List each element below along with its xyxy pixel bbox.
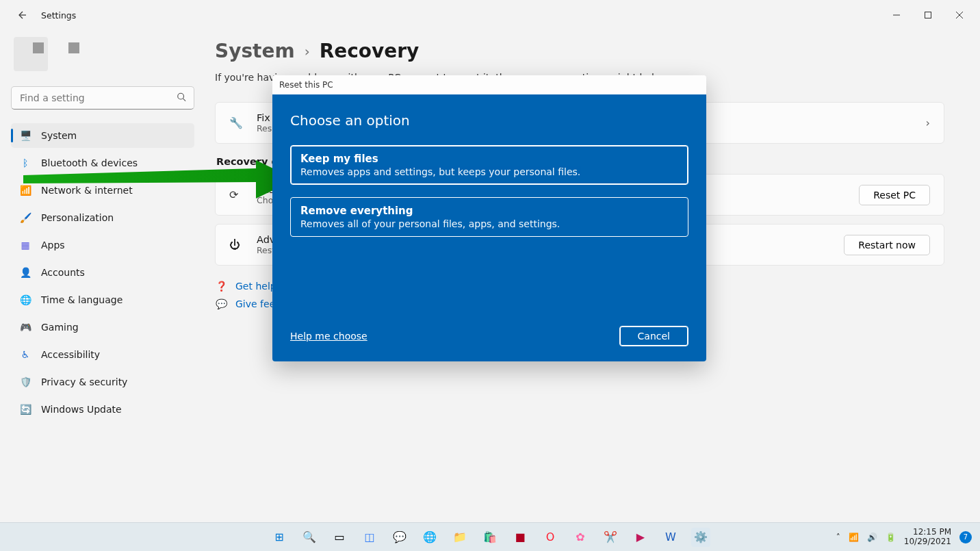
back-button[interactable] (11, 5, 31, 25)
cancel-button[interactable]: Cancel (619, 326, 688, 346)
dialog-title: Reset this PC (279, 80, 333, 90)
breadcrumb-current: Recovery (320, 40, 420, 62)
breadcrumb: System › Recovery (215, 40, 944, 62)
sidebar-item-label: Accessibility (41, 349, 100, 360)
option-sub: Removes apps and settings, but keeps you… (300, 166, 678, 177)
sidebar-item-gaming[interactable]: 🎮 Gaming (11, 315, 194, 339)
wifi-icon: 📶 (19, 185, 31, 196)
window-title: Settings (41, 10, 76, 21)
option-title: Remove everything (300, 205, 678, 217)
close-button[interactable] (944, 5, 975, 25)
maximize-icon (925, 12, 931, 18)
wifi-icon[interactable]: 📶 (849, 533, 859, 542)
sidebar-item-label: Accounts (41, 267, 85, 278)
account-header[interactable] (11, 37, 194, 71)
sidebar-item-privacy[interactable]: 🛡️ Privacy & security (11, 370, 194, 394)
app-icon: ▶ (636, 530, 645, 543)
avatar-icon (14, 37, 48, 71)
snip[interactable]: ✂️ (601, 528, 620, 547)
option-keep-files[interactable]: Keep my files Removes apps and settings,… (290, 145, 688, 185)
sidebar-item-update[interactable]: 🔄 Windows Update (11, 397, 194, 422)
file-explorer[interactable]: 📁 (450, 528, 469, 547)
nav: 🖥️ System ᛒ Bluetooth & devices 📶 Networ… (11, 123, 194, 422)
help-me-choose-link[interactable]: Help me choose (290, 331, 368, 342)
app-red[interactable]: ■ (511, 528, 530, 547)
feedback-icon: 💬 (215, 298, 227, 309)
globe-clock-icon: 🌐 (19, 294, 31, 305)
power-icon: ⏻ (229, 238, 244, 251)
tray-time: 12:15 PM (904, 528, 951, 537)
start-button[interactable]: ⊞ (270, 528, 289, 547)
chat-icon: 💬 (393, 530, 407, 543)
battery-icon[interactable]: 🔋 (886, 533, 896, 542)
sidebar-item-system[interactable]: 🖥️ System (11, 123, 194, 148)
sidebar-item-bluetooth[interactable]: ᛒ Bluetooth & devices (11, 151, 194, 175)
app-pink[interactable]: ✿ (571, 528, 590, 547)
restart-now-button[interactable]: Restart now (844, 235, 930, 255)
tray-date: 10/29/2021 (904, 537, 951, 547)
reset-icon: ⟳ (229, 188, 244, 201)
minimize-button[interactable] (881, 5, 912, 25)
app-icon: ✿ (576, 530, 584, 543)
sidebar-item-label: Bluetooth & devices (41, 157, 138, 168)
sidebar-item-personalization[interactable]: 🖌️ Personalization (11, 205, 194, 230)
sidebar-item-apps[interactable]: ▦ Apps (11, 233, 194, 257)
option-sub: Removes all of your personal files, apps… (300, 218, 678, 229)
person-icon: 👤 (19, 267, 31, 278)
edge[interactable]: 🌐 (420, 528, 439, 547)
link-label[interactable]: Get help (235, 281, 276, 292)
dialog-title-bar: Reset this PC (272, 75, 706, 94)
apps-icon: ▦ (19, 240, 31, 251)
clock[interactable]: 12:15 PM 10/29/2021 (904, 528, 951, 547)
search-container (11, 86, 194, 110)
settings-taskbar[interactable]: ⚙️ (691, 528, 710, 547)
option-title: Keep my files (300, 153, 678, 165)
sidebar-item-label: Windows Update (41, 404, 122, 415)
svg-rect-0 (925, 12, 931, 18)
dialog-heading: Choose an option (290, 112, 688, 129)
taskbar-search[interactable]: 🔍 (300, 528, 319, 547)
sidebar-item-accessibility[interactable]: ♿ Accessibility (11, 342, 194, 367)
app-icon: ■ (515, 530, 525, 543)
maximize-button[interactable] (913, 5, 943, 25)
sidebar-item-label: Apps (41, 240, 65, 251)
task-view[interactable]: ▭ (330, 528, 349, 547)
app-purple[interactable]: ▶ (631, 528, 650, 547)
title-bar: Settings (0, 0, 980, 30)
scissors-icon: ✂️ (604, 530, 617, 543)
chevron-up-icon[interactable]: ˄ (836, 533, 840, 542)
sidebar-item-label: Time & language (41, 294, 122, 305)
volume-icon[interactable]: 🔊 (867, 533, 877, 542)
notification-badge[interactable]: 7 (959, 531, 972, 543)
update-icon: 🔄 (19, 404, 31, 415)
dialog-body: Choose an option Keep my files Removes a… (272, 94, 706, 361)
sidebar-item-accounts[interactable]: 👤 Accounts (11, 260, 194, 285)
minimize-icon (893, 12, 900, 18)
opera[interactable]: O (541, 528, 560, 547)
chat[interactable]: 💬 (390, 528, 409, 547)
search-icon (177, 92, 186, 104)
edge-icon: 🌐 (423, 530, 437, 543)
sidebar-item-time[interactable]: 🌐 Time & language (11, 287, 194, 312)
widgets[interactable]: ◫ (360, 528, 379, 547)
system-tray: ˄ 📶 🔊 🔋 12:15 PM 10/29/2021 7 (836, 528, 972, 547)
store[interactable]: 🛍️ (480, 528, 500, 547)
chevron-right-icon: › (305, 43, 310, 60)
sidebar-item-network[interactable]: 📶 Network & internet (11, 178, 194, 203)
svg-point-1 (178, 93, 184, 99)
breadcrumb-parent[interactable]: System (215, 40, 295, 62)
reset-pc-button[interactable]: Reset PC (859, 185, 930, 205)
word[interactable]: W (661, 528, 680, 547)
search-input[interactable] (11, 86, 194, 110)
option-remove-everything[interactable]: Remove everything Removes all of your pe… (290, 197, 688, 237)
paintbrush-icon: 🖌️ (19, 212, 31, 223)
opera-icon: O (546, 530, 555, 543)
chevron-right-icon: › (926, 116, 930, 129)
sidebar-item-label: Network & internet (41, 185, 133, 196)
sidebar-item-label: Gaming (41, 322, 79, 333)
folder-icon: 📁 (453, 530, 467, 543)
store-icon: 🛍️ (483, 530, 497, 543)
taskbar: ⊞ 🔍 ▭ ◫ 💬 🌐 📁 🛍️ ■ O ✿ ✂️ ▶ W ⚙️ ˄ 📶 🔊 🔋… (0, 522, 980, 551)
sidebar-item-label: Personalization (41, 212, 114, 223)
word-icon: W (665, 530, 676, 543)
